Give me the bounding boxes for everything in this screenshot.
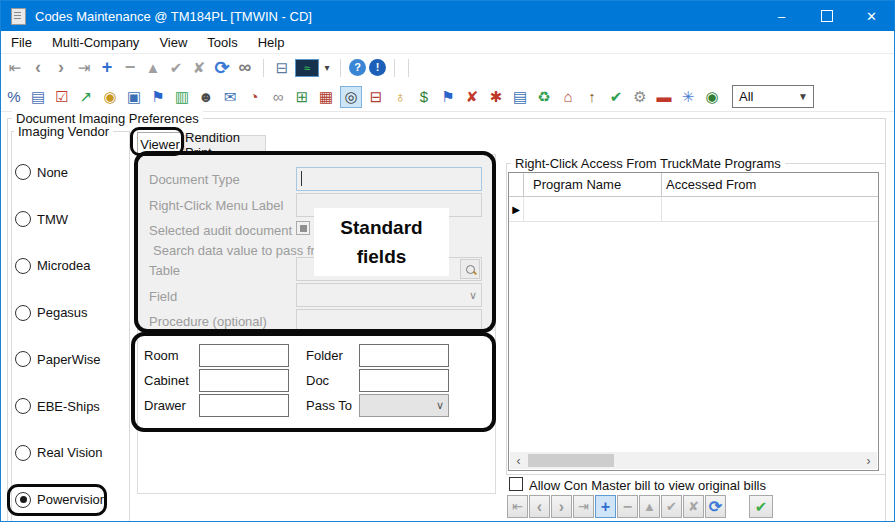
card-transfer-icon[interactable]: ▥ bbox=[172, 86, 192, 107]
document-type-input[interactable] bbox=[296, 167, 482, 191]
audit-checklist-icon[interactable]: ☑ bbox=[52, 86, 72, 107]
refresh-icon[interactable]: ⟳ bbox=[705, 495, 726, 518]
insert-record-icon[interactable]: + bbox=[97, 57, 117, 79]
vendor-radio-option[interactable]: Powervision bbox=[12, 476, 126, 522]
cabinet-input[interactable] bbox=[199, 369, 289, 392]
tab-viewer[interactable]: Viewer bbox=[137, 132, 183, 155]
car-icon[interactable]: ▬ bbox=[654, 86, 674, 107]
recycle-icon[interactable]: ♻ bbox=[534, 86, 554, 107]
last-record-icon[interactable]: ⇥ bbox=[573, 495, 594, 518]
driver-person-icon[interactable]: ☻ bbox=[196, 86, 216, 107]
gears-icon[interactable]: ⚙ bbox=[630, 86, 650, 107]
last-record-icon[interactable]: ⇥ bbox=[74, 57, 94, 79]
vendor-radio-option[interactable]: PaperWise bbox=[12, 336, 126, 383]
procedure-input[interactable] bbox=[296, 309, 482, 332]
gauge-icon[interactable]: ◔ bbox=[244, 86, 264, 107]
network-error-icon[interactable]: ✘ bbox=[462, 86, 482, 107]
percent-rates-icon[interactable]: % bbox=[4, 86, 24, 107]
minimize-button[interactable]: – bbox=[759, 1, 804, 31]
horizontal-scrollbar[interactable]: ‹ › bbox=[510, 452, 877, 469]
post-edit-icon[interactable]: ✔ bbox=[166, 57, 186, 79]
chart-icon[interactable]: ↗ bbox=[76, 86, 96, 107]
security-shield-icon[interactable]: ◉ bbox=[100, 86, 120, 107]
fax-printer-icon[interactable]: ⊟ bbox=[366, 86, 386, 107]
approve-check-icon[interactable]: ✔ bbox=[606, 86, 626, 107]
program-filter-dropdown[interactable]: All ▼ bbox=[732, 85, 814, 108]
flag-icon[interactable]: ⚑ bbox=[148, 86, 168, 107]
globe-package-icon[interactable]: ♁ bbox=[390, 86, 410, 107]
star-network-icon[interactable]: ✳ bbox=[678, 86, 698, 107]
scrollbar-thumb[interactable] bbox=[528, 454, 614, 467]
edit-record-icon[interactable]: ▲ bbox=[143, 57, 163, 79]
vendor-radio-option[interactable]: EBE-Ships bbox=[12, 383, 126, 430]
vendor-radio-option[interactable]: Microdea bbox=[12, 243, 126, 290]
menu-item[interactable]: View bbox=[149, 31, 197, 53]
menu-item[interactable]: File bbox=[1, 31, 42, 53]
table-lookup-button[interactable] bbox=[460, 259, 480, 279]
menu-item[interactable]: Help bbox=[248, 31, 295, 53]
scroll-right-icon[interactable]: › bbox=[860, 454, 877, 468]
scroll-left-icon[interactable]: ‹ bbox=[510, 454, 527, 468]
prior-record-icon[interactable]: ‹ bbox=[28, 57, 48, 79]
insert-record-icon[interactable]: + bbox=[595, 495, 616, 518]
calendar-icon[interactable]: ▦ bbox=[316, 86, 336, 107]
info-document-icon[interactable]: ▤ bbox=[510, 86, 530, 107]
room-input[interactable] bbox=[199, 344, 289, 367]
next-record-icon[interactable]: › bbox=[551, 495, 572, 518]
vendor-radio-option[interactable]: Real Vision bbox=[12, 430, 126, 477]
folder-input[interactable] bbox=[359, 344, 449, 367]
separator[interactable] bbox=[263, 59, 264, 77]
menu-item[interactable]: Tools bbox=[197, 31, 247, 53]
tree-up-icon[interactable]: ↑ bbox=[582, 86, 602, 107]
vendor-radio-option[interactable]: TMW bbox=[12, 196, 126, 243]
close-button[interactable]: ✕ bbox=[849, 1, 894, 31]
print-icon[interactable]: ⊟ bbox=[272, 57, 292, 79]
screen-dropdown-caret-icon[interactable]: ▾ bbox=[322, 57, 332, 79]
doc-input[interactable] bbox=[359, 369, 449, 392]
drawer-input[interactable] bbox=[199, 394, 289, 417]
selected-audit-document-checkbox[interactable] bbox=[296, 221, 310, 235]
report-notes-icon[interactable]: ▤ bbox=[28, 86, 48, 107]
mail-check-icon[interactable]: ✉ bbox=[220, 86, 240, 107]
cancel-edit-icon[interactable]: ✘ bbox=[189, 57, 209, 79]
about-icon[interactable]: ! bbox=[369, 59, 386, 76]
pass-to-dropdown[interactable]: ∨ bbox=[359, 394, 449, 417]
copy-check-icon[interactable]: ▣ bbox=[124, 86, 144, 107]
find-binoculars-icon[interactable]: ∞ bbox=[235, 57, 255, 79]
allow-con-master-checkbox[interactable] bbox=[509, 477, 523, 491]
help-icon[interactable]: ? bbox=[349, 59, 366, 76]
cell-program-name[interactable] bbox=[524, 197, 662, 221]
tab-rendition-print[interactable]: Rendition Print bbox=[184, 135, 266, 155]
vendor-radio-option[interactable]: Pegasus bbox=[12, 289, 126, 336]
next-record-icon[interactable]: › bbox=[51, 57, 71, 79]
first-record-icon[interactable]: ⇤ bbox=[5, 57, 25, 79]
imaging-camera-icon[interactable]: ◎ bbox=[340, 86, 362, 108]
separator[interactable] bbox=[408, 59, 409, 77]
link-icon[interactable]: ∞ bbox=[268, 86, 288, 107]
network-nodes-icon[interactable]: ✱ bbox=[486, 86, 506, 107]
refresh-icon[interactable]: ⟳ bbox=[212, 57, 232, 79]
first-record-icon[interactable]: ⇤ bbox=[507, 495, 528, 518]
maximize-button[interactable] bbox=[804, 1, 849, 31]
menu-item[interactable]: Multi-Company bbox=[42, 31, 149, 53]
post-edit-icon[interactable]: ✔ bbox=[661, 495, 682, 518]
home-icon[interactable]: ⌂ bbox=[558, 86, 578, 107]
delete-record-icon[interactable]: − bbox=[120, 57, 140, 79]
vendor-radio-option[interactable]: None bbox=[12, 149, 126, 196]
column-accessed-from[interactable]: Accessed From bbox=[662, 173, 878, 196]
prior-record-icon[interactable]: ‹ bbox=[529, 495, 550, 518]
cancel-edit-icon[interactable]: ✘ bbox=[683, 495, 704, 518]
delete-record-icon[interactable]: − bbox=[617, 495, 638, 518]
edit-record-icon[interactable]: ▲ bbox=[639, 495, 660, 518]
invoice-money-icon[interactable]: $ bbox=[414, 86, 434, 107]
separator[interactable] bbox=[394, 59, 395, 77]
column-program-name[interactable]: Program Name bbox=[524, 173, 662, 196]
field-dropdown[interactable]: ∨ bbox=[296, 283, 482, 307]
confirm-check-icon[interactable]: ✔ bbox=[749, 495, 773, 518]
table-row[interactable]: ▶ bbox=[509, 197, 878, 222]
cell-accessed-from[interactable] bbox=[662, 197, 878, 221]
screen-monitor-icon[interactable]: ≈ bbox=[295, 59, 319, 77]
separator[interactable] bbox=[340, 59, 341, 77]
hierarchy-icon[interactable]: ⊞ bbox=[292, 86, 312, 107]
globe-icon[interactable]: ◉ bbox=[702, 86, 722, 107]
